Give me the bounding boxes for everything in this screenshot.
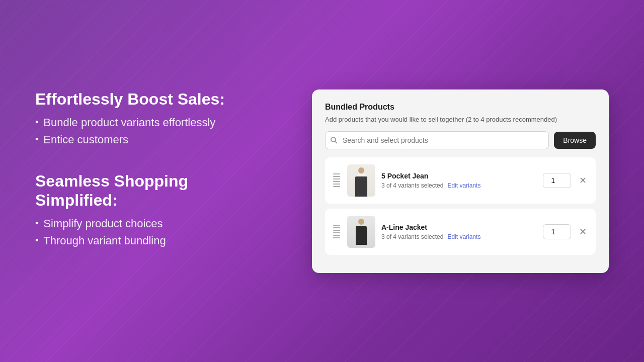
product-name-2: A-Line Jacket bbox=[381, 223, 537, 231]
product-name-1: 5 Pocket Jean bbox=[381, 172, 537, 180]
section2-bullet-2: Through variant bundling bbox=[35, 234, 262, 247]
product-variants-2: 3 of 4 variants selected Edit variants bbox=[381, 233, 537, 240]
variants-text-1: 3 of 4 variants selected bbox=[381, 182, 443, 189]
drag-handle-2[interactable] bbox=[332, 224, 341, 239]
product-info-2: A-Line Jacket 3 of 4 variants selected E… bbox=[381, 223, 537, 240]
card-subtitle: Add products that you would like to sell… bbox=[325, 116, 596, 123]
section1-title: Effortlessly Boost Sales: bbox=[35, 89, 262, 109]
card-title: Bundled Products bbox=[325, 103, 596, 112]
section2-title: Seamless Shopping Simplified: bbox=[35, 171, 262, 210]
edit-variants-link-1[interactable]: Edit variants bbox=[447, 182, 480, 189]
bundled-products-card: Bundled Products Add products that you w… bbox=[312, 89, 609, 273]
search-input[interactable] bbox=[325, 131, 549, 149]
product-info-1: 5 Pocket Jean 3 of 4 variants selected E… bbox=[381, 172, 537, 189]
search-row: Browse bbox=[325, 131, 596, 149]
section1-bullets: Bundle product variants effortlessly Ent… bbox=[35, 116, 262, 146]
product-variants-1: 3 of 4 variants selected Edit variants bbox=[381, 182, 537, 189]
search-input-wrapper bbox=[325, 131, 549, 149]
edit-variants-link-2[interactable]: Edit variants bbox=[447, 233, 480, 240]
right-panel: Bundled Products Add products that you w… bbox=[292, 69, 644, 293]
section1-bullet-2: Entice customers bbox=[35, 133, 262, 146]
quantity-input-1[interactable] bbox=[543, 173, 571, 188]
remove-button-1[interactable]: ✕ bbox=[577, 175, 589, 186]
drag-handle-1[interactable] bbox=[332, 172, 341, 188]
variants-text-2: 3 of 4 variants selected bbox=[381, 233, 443, 240]
product-image-2 bbox=[347, 216, 375, 248]
left-panel: Effortlessly Boost Sales: Bundle product… bbox=[0, 59, 292, 302]
svg-line-1 bbox=[335, 141, 337, 143]
section2-bullets: Simplify product choices Through variant… bbox=[35, 217, 262, 247]
product-image-1 bbox=[347, 164, 375, 197]
browse-button[interactable]: Browse bbox=[554, 132, 596, 149]
search-icon bbox=[330, 136, 338, 144]
remove-button-2[interactable]: ✕ bbox=[577, 226, 589, 237]
svg-point-0 bbox=[331, 137, 336, 142]
section1-bullet-1: Bundle product variants effortlessly bbox=[35, 116, 262, 129]
product-item-1: 5 Pocket Jean 3 of 4 variants selected E… bbox=[325, 157, 596, 204]
product-item-2: A-Line Jacket 3 of 4 variants selected E… bbox=[325, 209, 596, 255]
quantity-input-2[interactable] bbox=[543, 224, 571, 239]
section2-bullet-1: Simplify product choices bbox=[35, 217, 262, 230]
